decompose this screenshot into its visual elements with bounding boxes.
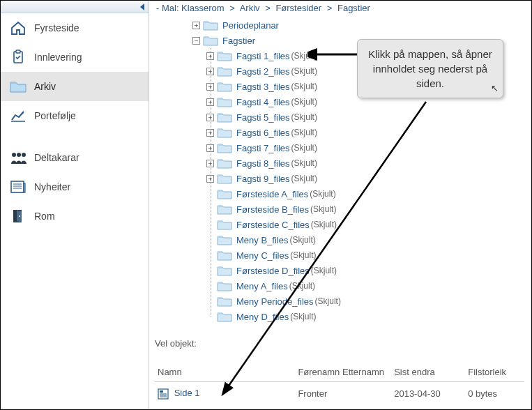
tree-node-periodeplanar[interactable]: Periodeplanar	[178, 17, 524, 33]
folder-icon	[217, 219, 232, 230]
tree-node-label[interactable]: Fagsti 3_files	[236, 82, 290, 92]
tree-node-label[interactable]: Meny C_files	[236, 250, 289, 261]
svg-rect-14	[160, 390, 163, 393]
tree-node-suffix: (Skjult)	[291, 143, 317, 153]
breadcrumb-item[interactable]: Førstesider	[275, 3, 321, 13]
svg-point-4	[17, 153, 21, 157]
folder-icon	[217, 234, 232, 245]
tree-node-label[interactable]: Fagsti 2_files	[236, 66, 290, 77]
file-size: 0 bytes	[465, 382, 524, 405]
tree-node-label[interactable]: Fagsti 5_files	[236, 112, 290, 123]
sidebar-item-innlevering[interactable]: Innlevering	[1, 43, 149, 72]
tree-node-child[interactable]: Meny C_files (Skjult)	[178, 248, 524, 263]
sidebar-item-deltakarar[interactable]: Deltakarar	[1, 143, 149, 172]
sidebar-item-label: Fyrsteside	[34, 22, 79, 33]
tree-node-child[interactable]: Meny A_files (Skjult)	[178, 278, 524, 294]
cursor-icon: ↖	[491, 82, 499, 95]
tree-node-suffix: (Skjult)	[290, 312, 316, 321]
tree-node-suffix: (Skjult)	[311, 220, 337, 229]
tree-node-label[interactable]: Fagsti 6_files	[236, 128, 290, 138]
collapse-left-icon	[140, 3, 144, 10]
tree-node-suffix: (Skjult)	[291, 112, 317, 122]
col-author-header[interactable]: Førenamn Etternamn	[295, 363, 391, 382]
tree-node-child[interactable]: Førsteside D_files (Skjult)	[178, 263, 524, 278]
tree-node-label[interactable]: Meny A_files	[236, 281, 288, 291]
folder-icon	[217, 311, 232, 322]
folder-icon	[217, 204, 232, 215]
sidebar-item-rom[interactable]: Rom	[1, 202, 149, 231]
folder-icon	[217, 265, 232, 276]
col-size-header[interactable]: Filstorleik	[465, 363, 524, 382]
breadcrumb-item[interactable]: Fagstier	[337, 3, 370, 13]
tree-node-child[interactable]: Førsteside A_files (Skjult)	[178, 186, 524, 202]
folder-icon	[217, 280, 232, 291]
tree-node-child[interactable]: Meny B_files (Skjult)	[178, 232, 524, 248]
tree-node-label[interactable]: Fagsti 8_files	[236, 158, 290, 169]
vel-objekt-label: Vel objekt:	[155, 338, 524, 349]
tree-node-child[interactable]: Meny D_files (Skjult)	[178, 309, 524, 324]
folder-icon	[217, 173, 232, 184]
tree-node-label[interactable]: Periodeplanar	[222, 20, 279, 31]
tree-node-suffix: (Skjult)	[311, 266, 337, 275]
sidebar-item-label: Portefølje	[34, 110, 76, 121]
folder-icon	[217, 66, 232, 77]
help-callout: Klikk på mappen, så åpner innholdet seg …	[357, 39, 503, 98]
sidebar-item-portefølje[interactable]: Portefølje	[1, 101, 149, 130]
tree-node-suffix: (Skjult)	[291, 66, 317, 76]
col-name-header[interactable]: Namn	[155, 363, 295, 382]
tree-node-label[interactable]: Fagsti 1_files	[236, 51, 290, 61]
sidebar-item-label: Innlevering	[34, 52, 82, 63]
tree-node-label[interactable]: Førsteside D_files	[236, 266, 310, 276]
breadcrumb-item[interactable]: Arkiv	[240, 3, 260, 13]
breadcrumb: - Mal: Klasserom > Arkiv > Førstesider >…	[155, 1, 524, 17]
sidebar-item-label: Deltakarar	[34, 152, 79, 163]
file-name-link[interactable]: Side 1	[174, 388, 200, 398]
folder-icon	[203, 20, 218, 31]
tree-node-label[interactable]: Førsteside B_files	[236, 204, 309, 215]
tree-node-label[interactable]: Førsteside A_files	[236, 189, 308, 199]
file-author: Fronter	[295, 382, 391, 405]
tree-node-label[interactable]: Meny D_files	[236, 312, 289, 322]
chart-icon	[9, 108, 27, 123]
tree-node-child[interactable]: Fagsti 9_files (Skjult)	[178, 171, 524, 186]
tree-node-suffix: (Skjult)	[315, 296, 341, 306]
tree-node-suffix: (Skjult)	[291, 174, 317, 183]
tree-node-label[interactable]: Meny B_files	[236, 235, 288, 245]
tree-node-child[interactable]: Fagsti 7_files (Skjult)	[178, 140, 524, 155]
tree-node-child[interactable]: Fagsti 8_files (Skjult)	[178, 155, 524, 171]
tree-node-child[interactable]: Førsteside C_files (Skjult)	[178, 217, 524, 232]
breadcrumb-root: - Mal: Klasserom	[156, 3, 225, 13]
sidebar-item-label: Rom	[34, 211, 55, 222]
tree-node-suffix: (Skjult)	[310, 189, 335, 199]
tree-node-label[interactable]: Fagsti 7_files	[236, 143, 290, 153]
table-row[interactable]: Side 1 Fronter 2013-04-30 0 bytes	[155, 382, 524, 405]
sidebar-collapse-toggle[interactable]	[1, 1, 149, 13]
tree-node-suffix: (Skjult)	[291, 97, 317, 107]
file-date: 2013-04-30	[391, 382, 465, 405]
tree-node-child[interactable]: Førsteside B_files (Skjult)	[178, 202, 524, 217]
tree-node-label[interactable]: Førsteside C_files	[236, 220, 310, 230]
tree-node-label[interactable]: Fagsti 4_files	[236, 97, 290, 107]
page-icon	[158, 388, 169, 400]
tree-node-label[interactable]: Fagsti 9_files	[236, 174, 290, 184]
tree-expander-icon[interactable]	[192, 37, 200, 45]
sidebar-item-nyheiter[interactable]: Nyheiter	[1, 172, 149, 202]
sidebar-item-arkiv[interactable]: Arkiv	[1, 72, 149, 101]
col-date-header[interactable]: Sist endra	[391, 363, 465, 382]
tree-node-child[interactable]: Fagsti 5_files (Skjult)	[178, 109, 524, 125]
sidebar-item-fyrsteside[interactable]: Fyrsteside	[1, 13, 149, 43]
folder-icon	[217, 158, 232, 169]
tree-node-label[interactable]: Fagstier	[222, 36, 255, 46]
folder-icon	[203, 35, 218, 46]
tree-node-label[interactable]: Meny Periode_files	[236, 296, 314, 307]
sidebar-item-label: Nyheiter	[34, 181, 70, 192]
callout-text: Klikk på mappen, så åpner innholdet seg …	[368, 48, 492, 89]
folder-icon	[217, 50, 232, 61]
tree-node-suffix: (Skjult)	[290, 250, 316, 260]
news-icon	[9, 179, 27, 195]
tree-node-suffix: (Skjult)	[291, 82, 317, 91]
tree-node-child[interactable]: Meny Periode_files (Skjult)	[178, 294, 524, 309]
tree-node-child[interactable]: Fagsti 6_files (Skjult)	[178, 125, 524, 140]
folder-icon	[217, 188, 232, 199]
tree-expander-icon[interactable]	[192, 22, 200, 29]
